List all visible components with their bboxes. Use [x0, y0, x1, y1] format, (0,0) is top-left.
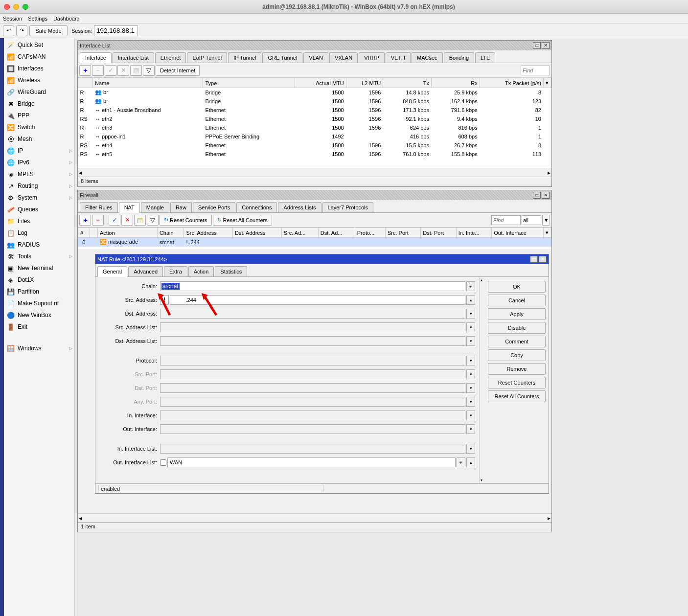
interface-list-titlebar[interactable]: Interface List ▭ ✕	[78, 41, 551, 50]
filter-button[interactable]: ▽	[143, 65, 155, 76]
expand-icon[interactable]: ▾	[466, 444, 475, 454]
col-header[interactable]: Dst. Ad...	[318, 228, 355, 238]
reset-all-counters-button[interactable]: ↻ Reset All Counters	[213, 215, 272, 226]
tab-ethernet[interactable]: Ethernet	[155, 52, 186, 63]
nat-rule-titlebar[interactable]: NAT Rule <!203.129.31.244> ▭ ✕	[95, 254, 549, 264]
tab-service-ports[interactable]: Service Ports	[193, 202, 235, 212]
copy-button[interactable]: Copy	[488, 349, 546, 361]
redo-button[interactable]: ↷	[16, 25, 27, 36]
tab-vxlan[interactable]: VXLAN	[329, 52, 358, 63]
col-header[interactable]: Action	[98, 228, 158, 238]
sidebar-item-wireless[interactable]: 📶Wireless	[4, 74, 74, 86]
col-header[interactable]: Tx Packet (p/s)	[480, 78, 543, 88]
expand-icon[interactable]: ▾	[466, 369, 475, 379]
col-header[interactable]: Proto...	[355, 228, 385, 238]
sidebar-item-log[interactable]: 📋Log	[4, 227, 74, 239]
remove-button[interactable]: −	[92, 215, 104, 226]
interface-row[interactable]: R👥 brBridge15001596848.5 kbps162.4 kbps1…	[78, 97, 551, 106]
session-input[interactable]	[94, 25, 138, 36]
expand-icon[interactable]: ▾	[466, 356, 475, 365]
tab-gre-tunnel[interactable]: GRE Tunnel	[262, 52, 302, 63]
tab-vrrp[interactable]: VRRP	[359, 52, 385, 63]
detect-internet-button[interactable]: Detect Internet	[156, 65, 200, 76]
col-header[interactable]: Src. Port	[385, 228, 420, 238]
dst-address-input[interactable]	[160, 309, 465, 319]
sidebar-item-mpls[interactable]: ◈MPLS▷	[4, 168, 74, 180]
enable-button[interactable]: ✓	[105, 65, 116, 76]
reset-all-counters-button[interactable]: Reset All Counters	[488, 390, 546, 402]
interface-row[interactable]: R↔ eth3Ethernet15001596624 bps816 bps1	[78, 123, 551, 132]
not-toggle[interactable]: !	[160, 295, 169, 305]
sidebar-item-quick-set[interactable]: 🪄Quick Set	[4, 39, 74, 51]
col-header[interactable]	[78, 78, 93, 88]
interface-row[interactable]: RS↔ eth4Ethernet1500159615.5 kbps26.7 kb…	[78, 141, 551, 150]
sidebar-item-ip[interactable]: 🌐IP▷	[4, 145, 74, 157]
nat-rule-row[interactable]: 0🔀 masqueradesrcnat! .244	[78, 238, 551, 247]
sidebar-item-make-supout.rif[interactable]: 📄Make Supout.rif	[4, 297, 74, 309]
tab-layer7-protocols[interactable]: Layer7 Protocols	[322, 202, 374, 212]
tab-statistics[interactable]: Statistics	[215, 266, 247, 276]
find-input[interactable]	[491, 215, 521, 225]
firewall-titlebar[interactable]: Firewall ▭ ✕	[78, 190, 551, 200]
tab-nat[interactable]: NAT	[119, 202, 140, 213]
tab-filter-rules[interactable]: Filter Rules	[80, 202, 118, 212]
add-button[interactable]: ＋	[79, 65, 91, 76]
out-interface-list-not-checkbox[interactable]	[160, 459, 166, 466]
minimize-window-icon[interactable]	[13, 4, 19, 10]
tab-connections[interactable]: Connections	[236, 202, 277, 212]
col-header[interactable]	[90, 228, 98, 238]
dropdown-icon[interactable]: ▾	[542, 215, 550, 226]
menu-session[interactable]: Session	[3, 16, 22, 22]
tab-ip-tunnel[interactable]: IP Tunnel	[228, 52, 261, 63]
sidebar-item-mesh[interactable]: ⦿Mesh	[4, 133, 74, 145]
expand-icon[interactable]: ▾	[466, 383, 475, 393]
tab-address-lists[interactable]: Address Lists	[278, 202, 321, 212]
sidebar-item-system[interactable]: ⚙System▷	[4, 192, 74, 204]
in-interface-list-input[interactable]	[160, 444, 465, 454]
chain-input[interactable]: srcnat	[160, 281, 465, 291]
dropdown-icon[interactable]: ∓	[457, 457, 465, 467]
sidebar-item-exit[interactable]: 🚪Exit	[4, 321, 74, 333]
sidebar-item-wireguard[interactable]: 🔗WireGuard	[4, 86, 74, 98]
interface-row[interactable]: R👥 brBridge1500159614.8 kbps25.9 kbps8	[78, 88, 551, 97]
h-scrollbar[interactable]: ◂▸	[78, 168, 551, 177]
col-header[interactable]: Src. Ad...	[281, 228, 318, 238]
tab-veth[interactable]: VETH	[386, 52, 411, 63]
remove-button[interactable]: −	[92, 65, 104, 76]
sidebar-item-routing[interactable]: ↗Routing▷	[4, 180, 74, 192]
sidebar-item-interfaces[interactable]: 🔲Interfaces	[4, 63, 74, 74]
comment-button[interactable]: ▤	[134, 215, 146, 226]
close-icon[interactable]: ✕	[539, 256, 547, 263]
menu-dashboard[interactable]: Dashboard	[53, 16, 80, 22]
minimize-icon[interactable]: ▭	[530, 256, 538, 263]
sidebar-item-switch[interactable]: 🔀Switch	[4, 121, 74, 133]
ok-button[interactable]: OK	[488, 281, 546, 293]
dst-port-input[interactable]	[160, 383, 465, 393]
apply-button[interactable]: Apply	[488, 308, 546, 320]
disable-button[interactable]: ✕	[117, 65, 129, 76]
comment-button[interactable]: ▤	[130, 65, 142, 76]
col-header[interactable]: Dst. Port	[421, 228, 456, 238]
sidebar-item-radius[interactable]: 👥RADIUS	[4, 239, 74, 251]
tab-interface[interactable]: Interface	[80, 52, 112, 63]
undo-button[interactable]: ↶	[3, 25, 14, 36]
sidebar-item-ipv6[interactable]: 🌐IPv6▷	[4, 157, 74, 168]
sidebar-item-windows[interactable]: 🪟Windows▷	[4, 342, 74, 354]
close-icon[interactable]: ✕	[542, 192, 550, 199]
col-header[interactable]: #	[78, 228, 90, 238]
sidebar-item-capsman[interactable]: 📶CAPsMAN	[4, 51, 74, 63]
expand-icon[interactable]: ▾	[466, 309, 475, 319]
sidebar-item-dot1x[interactable]: ◈Dot1X	[4, 274, 74, 286]
tab-mangle[interactable]: Mangle	[141, 202, 169, 212]
all-filter[interactable]	[522, 215, 541, 225]
sidebar-item-tools[interactable]: 🛠Tools▷	[4, 251, 74, 262]
sidebar-item-queues[interactable]: 🥓Queues	[4, 204, 74, 215]
dst-address-list-input[interactable]	[160, 336, 465, 346]
sidebar-item-files[interactable]: 📁Files	[4, 215, 74, 227]
interface-row[interactable]: RS↔ eth5Ethernet15001596761.0 kbps155.8 …	[78, 150, 551, 159]
expand-icon[interactable]: ▾	[466, 411, 475, 420]
disable-button[interactable]: Disable	[488, 322, 546, 334]
minimize-icon[interactable]: ▭	[533, 192, 541, 199]
out-interface-list-input[interactable]	[167, 457, 456, 467]
chain-dropdown-icon[interactable]: ∓	[466, 281, 475, 291]
